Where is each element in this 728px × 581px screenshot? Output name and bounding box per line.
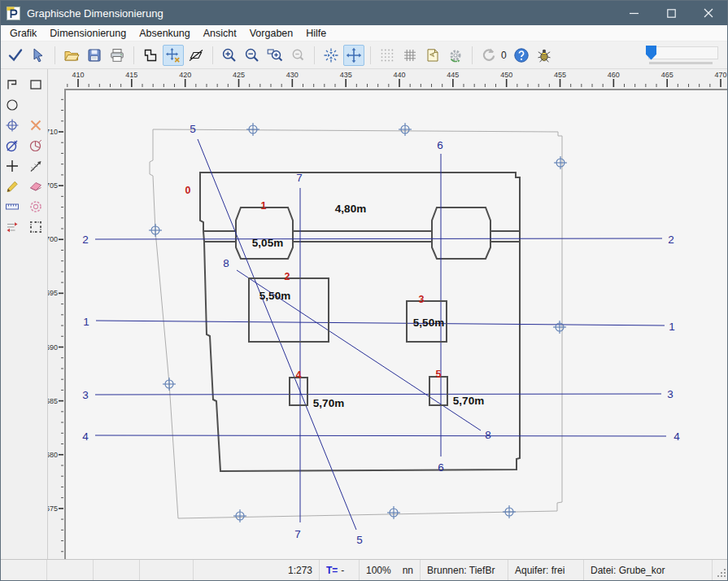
pencil-tool[interactable] <box>2 177 22 195</box>
svg-text:425: 425 <box>233 71 245 79</box>
line-label-2: 2 <box>82 234 89 246</box>
ruler-tool[interactable] <box>2 197 22 216</box>
menu-absenkung[interactable]: Absenkung <box>133 26 197 41</box>
construction-line-3[interactable] <box>95 394 661 395</box>
crosshair-marker[interactable] <box>233 509 246 522</box>
grid-icon <box>402 47 418 63</box>
maximize-button[interactable] <box>652 1 690 25</box>
well-rect-5[interactable] <box>429 377 447 405</box>
crosshair-marker[interactable] <box>149 224 162 237</box>
toolbar-separator <box>314 46 315 64</box>
slider-track[interactable] <box>648 46 718 59</box>
resize-grip-icon[interactable] <box>717 569 727 579</box>
crosshair-marker[interactable] <box>399 123 412 136</box>
circle-tool[interactable] <box>2 95 22 114</box>
construction-line-2[interactable] <box>95 238 662 239</box>
renumber-tool[interactable] <box>2 217 22 236</box>
line-grid-button[interactable] <box>399 45 421 66</box>
measure-arrow-tool[interactable] <box>26 156 46 175</box>
slashline-icon <box>188 47 204 63</box>
svg-text:465: 465 <box>661 71 674 79</box>
main-toolbar: 0 <box>1 42 727 69</box>
debug-button[interactable] <box>534 45 555 66</box>
dimension-label: 4,80m <box>335 203 366 215</box>
open-button[interactable] <box>61 45 82 66</box>
draw-polygon-button[interactable] <box>140 45 161 66</box>
menu-hilfe[interactable]: Hilfe <box>299 26 333 41</box>
save-button[interactable] <box>84 45 105 66</box>
line-label-4: 4 <box>82 430 89 443</box>
zoomprev-icon <box>290 47 306 63</box>
construction-line-4[interactable] <box>95 435 666 436</box>
cursor-icon <box>30 47 46 63</box>
minimize-button[interactable] <box>615 1 652 25</box>
no-draw-tool[interactable] <box>2 136 22 155</box>
line-label-8: 8 <box>485 429 491 441</box>
line-label-8: 8 <box>223 257 229 269</box>
drawing-canvas[interactable]: 11223344556677880123454,80m5,05m5,50m5,5… <box>66 90 728 561</box>
line-label-1: 1 <box>669 321 675 333</box>
status-empty-1 <box>1 560 47 580</box>
menu-vorgaben[interactable]: Vorgaben <box>243 26 300 41</box>
svg-text:410: 410 <box>72 71 84 79</box>
title-bar[interactable]: Graphische Dimensionierung <box>1 1 727 25</box>
rulertool-icon <box>4 199 20 215</box>
crosshair-marker[interactable] <box>387 506 400 519</box>
zoom-previous-button[interactable] <box>287 45 308 66</box>
notes-button[interactable] <box>422 45 443 66</box>
zoom-slider[interactable] <box>646 45 721 66</box>
recttool-icon <box>28 76 44 93</box>
menu-grafik[interactable]: Grafik <box>3 26 43 41</box>
crosshair-marker[interactable] <box>553 321 566 334</box>
well-rect-4[interactable] <box>290 378 307 405</box>
cross-tool[interactable] <box>2 156 22 175</box>
help-button[interactable] <box>511 45 532 66</box>
recalculate-button[interactable] <box>445 45 466 66</box>
reset-icon <box>481 47 497 63</box>
svg-text:415: 415 <box>125 71 137 79</box>
crosshair-marker[interactable] <box>246 123 259 136</box>
sector-tool[interactable] <box>26 136 46 155</box>
crosshair-marker[interactable] <box>503 505 516 518</box>
apply-button[interactable] <box>5 45 26 66</box>
svg-text:460: 460 <box>608 71 620 79</box>
point-grid-button[interactable] <box>377 45 398 66</box>
rectangle-tool[interactable] <box>26 75 46 94</box>
fixpoint-icon <box>4 117 20 133</box>
svg-text:700: 700 <box>48 235 58 243</box>
palette-spacer <box>26 95 46 114</box>
rosette-tool[interactable] <box>26 197 46 216</box>
delete-line-button[interactable] <box>185 45 207 66</box>
well-number-4: 4 <box>296 369 302 381</box>
zoom-fit-button[interactable] <box>320 45 342 66</box>
drawing-area[interactable]: 11223344556677880123454,80m5,05m5,50m5,5… <box>64 89 728 561</box>
delete-tool[interactable] <box>26 116 46 134</box>
eraser-tool[interactable] <box>26 177 46 195</box>
zoom-window-button[interactable] <box>264 45 286 66</box>
close-button[interactable] <box>690 1 727 25</box>
pan-button[interactable] <box>343 45 364 66</box>
move-point-button[interactable] <box>163 45 184 66</box>
fixpoint-tool[interactable] <box>2 116 22 134</box>
line-label-7: 7 <box>296 172 303 184</box>
svg-text:710: 710 <box>48 128 58 136</box>
renumber-icon <box>4 219 20 235</box>
pit-shape-1[interactable] <box>236 208 293 259</box>
construction-line-1[interactable] <box>96 321 665 325</box>
zoom-out-button[interactable] <box>242 45 263 66</box>
svg-text:695: 695 <box>48 289 58 297</box>
app-window: Graphische Dimensionierung GrafikDimensi… <box>0 0 728 581</box>
menu-dimensionierung[interactable]: Dimensionierung <box>43 26 133 41</box>
polyline-tool[interactable] <box>2 75 22 94</box>
selection-tool[interactable] <box>26 217 46 236</box>
reset-button[interactable] <box>478 45 499 66</box>
print-button[interactable] <box>107 45 128 66</box>
crosshair-marker[interactable] <box>163 378 176 391</box>
well-rect-2[interactable] <box>249 278 329 342</box>
polygon-icon <box>142 47 159 63</box>
menu-ansicht[interactable]: Ansicht <box>197 26 243 41</box>
select-button[interactable] <box>28 45 49 66</box>
crosshair-marker[interactable] <box>554 156 567 169</box>
zoom-in-button[interactable] <box>219 45 240 66</box>
line-label-2: 2 <box>668 234 674 246</box>
